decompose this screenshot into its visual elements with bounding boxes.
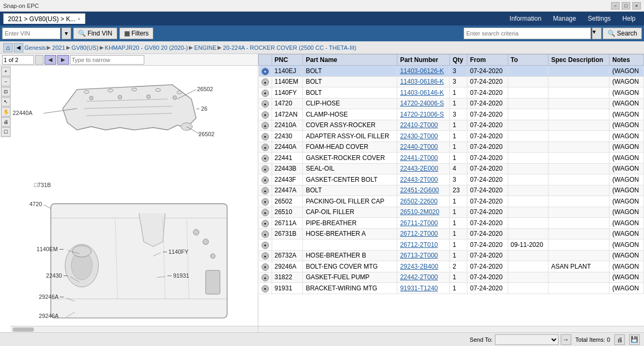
close-button[interactable]: × [632,2,641,10]
cell-part-number[interactable]: 26712-2T000 [397,228,450,239]
col-spec-desc[interactable]: Spec Description [549,55,610,66]
col-to[interactable]: To [508,55,549,66]
vin-dropdown-button[interactable]: ▾ [62,28,71,39]
select-tool[interactable]: ↖ [1,97,11,107]
cell-part-number[interactable]: 26502-22600 [397,196,450,207]
table-row[interactable]: ●26712-2T010107-24-202009-11-2020(WAGON [259,239,644,251]
row-select-button[interactable]: ● [262,100,269,108]
cell-part-number[interactable]: 22442-2T000 [397,272,450,283]
search-dropdown-button[interactable]: ▾ [592,28,602,39]
row-select-button[interactable]: ● [262,252,269,260]
search-input[interactable] [464,28,591,39]
row-select-button[interactable]: ● [262,230,269,238]
search-button[interactable]: 🔍 Search [603,28,642,39]
table-row[interactable]: ●1140FYBOLT11403-06146-K107-24-2020(WAGO… [259,87,644,99]
breadcrumb-genesis[interactable]: Genesis [24,45,46,51]
cell-part-number[interactable]: 26712-2T010 [397,239,450,251]
print-button[interactable]: 🖨 [614,334,625,345]
row-select-button[interactable]: ● [262,90,269,97]
row-select-button[interactable]: ● [262,155,269,162]
breadcrumb-engine[interactable]: ENGINE [194,45,216,51]
fit-tool[interactable]: ⊡ [1,87,11,96]
row-select-button[interactable]: ● [262,187,269,194]
table-row[interactable]: ●26711APIPE-BREATHER26711-2T000107-24-20… [259,218,644,229]
col-part-number[interactable]: Part Number [397,55,450,66]
cell-part-number[interactable]: 11403-06186-K [397,76,450,87]
cell-part-number[interactable]: 14720-24006-S [397,98,450,109]
breadcrumb-year[interactable]: 2021 [52,45,65,51]
active-tab[interactable]: 2021 > GV80(US) > K... × [3,13,85,24]
highlight-tool[interactable]: ☐ [1,127,11,137]
row-select-button[interactable]: ● [262,285,269,292]
table-row[interactable]: ●22443FGASKET-CENTER BOLT22443-2T000307-… [259,174,644,185]
table-row[interactable]: ●22430ADAPTER ASSY-OIL FILLER22430-2T000… [259,131,644,142]
row-select-button[interactable]: ● [262,111,269,119]
menu-help[interactable]: Help [617,14,641,23]
row-select-button[interactable]: ● [262,176,269,184]
send-button[interactable]: → [561,334,571,345]
table-row[interactable]: ●22443BSEAL-OIL22443-2E000407-24-2020(WA… [259,163,644,174]
vin-input[interactable] [2,28,60,39]
table-row[interactable]: ●22410ACOVER ASSY-ROCKER22410-2T000107-2… [259,120,644,131]
home-button[interactable]: ⌂ [3,43,13,52]
table-row[interactable]: ●26502PACKING-OIL FILLER CAP26502-226001… [259,196,644,207]
cell-part-number[interactable]: 29243-2B400 [397,261,450,272]
maximize-button[interactable]: □ [622,2,630,10]
row-select-button[interactable]: ● [262,220,269,227]
table-row[interactable]: ●26731BHOSE-BREATHER A26712-2T000107-24-… [259,228,644,239]
next-page-button[interactable]: ▶ [57,55,69,65]
cell-part-number[interactable]: 22410-2T000 [397,120,450,131]
table-row[interactable]: ●26732AHOSE-BREATHER B26713-2T000107-24-… [259,250,644,261]
zoom-in-tool[interactable]: + [1,67,11,76]
page-dropdown[interactable] [35,55,43,65]
col-from[interactable]: From [467,55,508,66]
cell-part-number[interactable]: 22451-2G600 [397,185,450,196]
table-row[interactable]: ●22440AFOAM-HEAD COVER22440-2T000107-24-… [259,141,644,153]
table-row[interactable]: ●1140EMBOLT11403-06186-K307-24-2020(WAGO… [259,76,644,87]
prev-page-button[interactable]: ◀ [45,55,56,65]
table-row[interactable]: ●29246ABOLT-ENG COVER MTG29243-2B400207-… [259,261,644,272]
cell-part-number[interactable]: 22430-2T000 [397,131,450,142]
table-row[interactable]: ●26510CAP-OIL FILLER26510-2M020107-24-20… [259,207,644,218]
cell-part-number[interactable]: 22443-2E000 [397,163,450,174]
cell-part-number[interactable]: 22441-2T000 [397,153,450,164]
pan-tool[interactable]: ✋ [1,107,11,117]
cell-part-number[interactable]: 26510-2M020 [397,207,450,218]
cell-part-number[interactable]: 11403-06146-K [397,87,450,99]
table-row[interactable]: ●22441GASKET-ROCKER COVER22441-2T000107-… [259,153,644,164]
print-tool[interactable]: 🖨 [1,117,11,127]
menu-settings[interactable]: Settings [582,14,616,23]
table-row[interactable]: ●14720CLIP-HOSE14720-24006-S107-24-2020(… [259,98,644,109]
row-select-button[interactable]: ● [262,209,269,216]
row-select-button[interactable]: ● [262,78,269,86]
col-pnc[interactable]: PNC [272,55,303,66]
cell-part-number[interactable]: 26711-2T000 [397,218,450,229]
menu-manage[interactable]: Manage [548,14,581,23]
cell-part-number[interactable]: 91931-T1240 [397,283,450,294]
row-select-button[interactable]: ● [262,263,269,271]
breadcrumb-section[interactable]: 20-224A - ROCKER COVER (2500 CC - THETA-… [223,45,356,51]
narrow-input[interactable] [70,55,144,65]
breadcrumb-model[interactable]: GV80(US) [72,45,99,51]
filters-button[interactable]: ▦ Filters [119,28,154,39]
row-select-button[interactable]: ● [262,133,269,140]
col-qty[interactable]: Qty [450,55,467,66]
cell-part-number[interactable]: 26713-2T000 [397,250,450,261]
table-row[interactable]: ●1140EJBOLT11403-06126-K307-24-2020(WAGO… [259,66,644,77]
table-row[interactable]: ●1472ANCLAMP-HOSE14720-21006-S307-24-202… [259,109,644,120]
diagram-scrollbar[interactable] [11,326,258,332]
send-to-select[interactable] [495,334,559,345]
save-button[interactable]: 💾 [629,334,640,345]
col-notes[interactable]: Notes [610,55,644,66]
row-select-button[interactable]: ● [262,122,269,129]
zoom-out-tool[interactable]: − [1,77,11,86]
find-vin-button[interactable]: 🔍 Find VIN [73,28,117,39]
minimize-button[interactable]: − [611,2,620,10]
row-select-button[interactable]: ● [262,274,269,281]
table-row[interactable]: ●31822GASKET-FUEL PUMP22442-2T000107-24-… [259,272,644,283]
page-input[interactable]: 1 of 2 [2,55,34,65]
parts-horizontal-scrollbar[interactable] [258,326,644,332]
row-select-button[interactable]: ● [262,242,269,249]
back-button[interactable]: ◀ [14,43,23,52]
row-select-button[interactable]: ● [262,68,269,75]
